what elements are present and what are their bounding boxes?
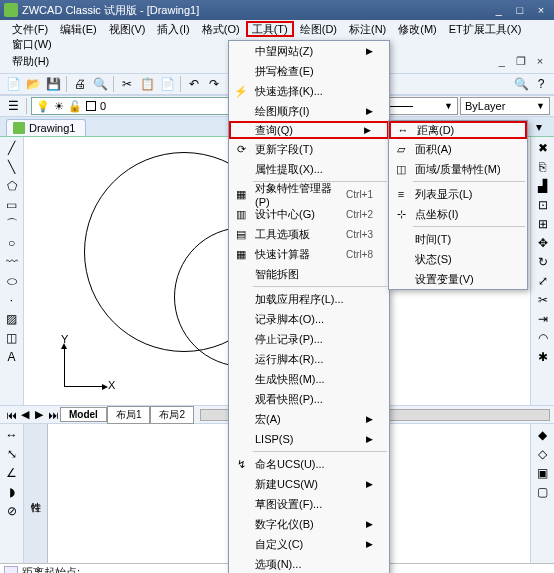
line-icon[interactable]: ╱ [3,139,21,157]
tab-menu-icon[interactable]: ▾ [530,118,548,136]
tool3-icon[interactable]: ▣ [534,464,552,482]
tab-prev-icon[interactable]: ◀ [18,408,32,421]
tool2-icon[interactable]: ◇ [534,445,552,463]
dim-linear-icon[interactable]: ↔ [3,426,21,444]
arc-icon[interactable]: ⌒ [3,215,21,233]
menu-item[interactable]: ET扩展工具(X) [443,21,528,37]
menu-row[interactable]: ≡列表显示(L) [389,184,527,204]
menu-row[interactable]: 绘图顺序(I)▶ [229,101,389,121]
menu-row[interactable]: 加载应用程序(L)... [229,289,389,309]
tool1-icon[interactable]: ◆ [534,426,552,444]
menu-item[interactable]: 编辑(E) [54,21,103,37]
doc-tab[interactable]: Drawing1 [6,119,86,136]
trim-icon[interactable]: ✂ [534,291,552,309]
menu-row[interactable]: ⟳更新字段(T) [229,139,389,159]
minimize-button[interactable]: _ [490,4,508,16]
menu-item[interactable]: 修改(M) [392,21,443,37]
properties-tab[interactable]: 特性 [24,424,48,563]
doc-close-button[interactable]: × [532,55,548,67]
dim-radius-icon[interactable]: ◗ [3,483,21,501]
menu-item[interactable]: 格式(O) [196,21,246,37]
help-icon[interactable]: ? [532,75,550,93]
redo-icon[interactable]: ↷ [205,75,223,93]
copy2-icon[interactable]: ⎘ [534,158,552,176]
menu-row[interactable]: 草图设置(F)... [229,494,389,514]
save-icon[interactable]: 💾 [44,75,62,93]
menu-row[interactable]: 拼写检查(E) [229,61,389,81]
open-icon[interactable]: 📂 [24,75,42,93]
close-button[interactable]: × [532,4,550,16]
menu-item[interactable]: 文件(F) [6,21,54,37]
region-icon[interactable]: ◫ [3,329,21,347]
menu-row[interactable]: ▤工具选项板Ctrl+3 [229,224,389,244]
menu-item[interactable]: 标注(N) [343,21,392,37]
bylayer-combo[interactable]: ByLayer ▼ [460,97,550,115]
menu-item[interactable]: 视图(V) [103,21,152,37]
ellipse-icon[interactable]: ⬭ [3,272,21,290]
menu-row[interactable]: 设置变量(V) [389,269,527,289]
doc-minimize-button[interactable]: _ [494,55,510,67]
menu-item[interactable]: 绘图(D) [294,21,343,37]
menu-row[interactable]: 数字化仪(B)▶ [229,514,389,534]
offset-icon[interactable]: ⊡ [534,196,552,214]
menu-row[interactable]: 自定义(C)▶ [229,534,389,554]
menu-row[interactable]: ⚡快速选择(K)... [229,81,389,101]
tool4-icon[interactable]: ▢ [534,483,552,501]
dim-aligned-icon[interactable]: ⤡ [3,445,21,463]
print-icon[interactable]: 🖨 [71,75,89,93]
undo-icon[interactable]: ↶ [185,75,203,93]
mirror-icon[interactable]: ▟ [534,177,552,195]
text-icon[interactable]: A [3,348,21,366]
tab-next-icon[interactable]: ▶ [32,408,46,421]
new-icon[interactable]: 📄 [4,75,22,93]
menu-row[interactable]: 运行脚本(R)... [229,349,389,369]
menu-row[interactable]: ▦对象特性管理器(P)Ctrl+1 [229,184,389,204]
menu-row[interactable]: 观看快照(P)... [229,389,389,409]
menu-row[interactable]: ▱面积(A) [389,139,527,159]
circle-icon[interactable]: ○ [3,234,21,252]
doc-restore-button[interactable]: ❐ [513,55,529,68]
layer-manager-icon[interactable]: ☰ [4,97,22,115]
polygon-icon[interactable]: ⬠ [3,177,21,195]
menu-row[interactable]: 查询(Q)▶ [229,121,389,139]
maximize-button[interactable]: □ [511,4,529,16]
preview-icon[interactable]: 🔍 [91,75,109,93]
menu-item[interactable]: 插入(I) [151,21,195,37]
dim-diameter-icon[interactable]: ⊘ [3,502,21,520]
menu-row[interactable]: LISP(S)▶ [229,429,389,449]
dim-angular-icon[interactable]: ∠ [3,464,21,482]
menu-row[interactable]: 宏(A)▶ [229,409,389,429]
menu-row[interactable]: 状态(S) [389,249,527,269]
menu-row[interactable]: 新建UCS(W)▶ [229,474,389,494]
cut-icon[interactable]: ✂ [118,75,136,93]
tab-last-icon[interactable]: ⏭ [46,409,60,421]
tab-first-icon[interactable]: ⏮ [4,409,18,421]
menu-row[interactable]: ⊹点坐标(I) [389,204,527,224]
rotate-icon[interactable]: ↻ [534,253,552,271]
menu-row[interactable]: 选项(N)... [229,554,389,573]
menu-row[interactable]: 智能拆图 [229,264,389,284]
menu-row[interactable]: 停止记录(P)... [229,329,389,349]
menu-row[interactable]: ▦快速计算器Ctrl+8 [229,244,389,264]
explode-icon[interactable]: ✱ [534,348,552,366]
fillet-icon[interactable]: ◠ [534,329,552,347]
move-icon[interactable]: ✥ [534,234,552,252]
erase-icon[interactable]: ✖ [534,139,552,157]
copy-icon[interactable]: 📋 [138,75,156,93]
menu-item[interactable]: 工具(T) [246,21,294,37]
model-tab[interactable]: Model [60,407,107,422]
spline-icon[interactable]: 〰 [3,253,21,271]
menu-row[interactable]: 记录脚本(O)... [229,309,389,329]
paste-icon[interactable]: 📄 [158,75,176,93]
layout2-tab[interactable]: 布局2 [150,406,194,424]
point-icon[interactable]: · [3,291,21,309]
menu-row[interactable]: ◫面域/质量特性(M) [389,159,527,179]
menu-item[interactable]: 窗口(W) [6,36,58,52]
rectangle-icon[interactable]: ▭ [3,196,21,214]
menu-row[interactable]: ↔距离(D) [389,121,527,139]
menu-row[interactable]: 生成快照(M)... [229,369,389,389]
menu-row[interactable]: ▥设计中心(G)Ctrl+2 [229,204,389,224]
polyline-icon[interactable]: ╲ [3,158,21,176]
extend-icon[interactable]: ⇥ [534,310,552,328]
scale-icon[interactable]: ⤢ [534,272,552,290]
